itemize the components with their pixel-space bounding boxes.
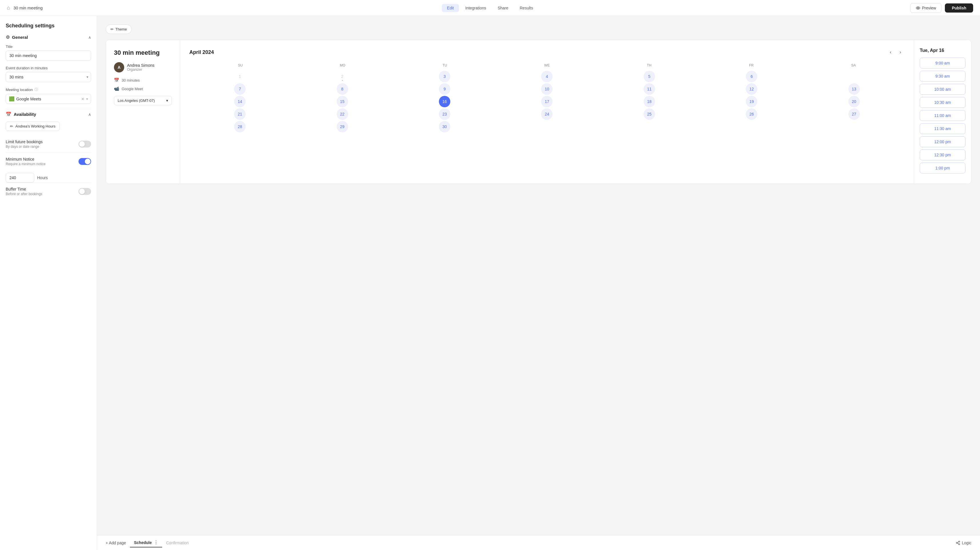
preview-wrapper: ✏ Theme 30 min meeting A Andrea Simons O… (97, 16, 980, 535)
cal-date-23[interactable]: 23 (439, 108, 450, 120)
general-section-label: General (12, 35, 28, 40)
svg-point-2 (959, 541, 960, 542)
time-slot-10-30-am[interactable]: 10:30 am (920, 97, 966, 108)
location-field[interactable]: 🟩 Google Meets ✕ ▾ (6, 94, 91, 104)
cal-date-4[interactable]: 4 (541, 71, 552, 82)
buffer-time-toggle[interactable] (78, 188, 91, 195)
cal-date-20[interactable]: 20 (848, 96, 860, 107)
location-label: Meeting location (6, 87, 33, 92)
cal-date-11[interactable]: 11 (644, 83, 655, 95)
cal-date-27[interactable]: 27 (848, 108, 860, 120)
calendar-next-button[interactable]: › (896, 48, 905, 57)
cal-date-9[interactable]: 9 (439, 83, 450, 95)
duration-chevron-icon: ▾ (86, 75, 88, 79)
cal-date-14[interactable]: 14 (234, 96, 246, 107)
general-section-header[interactable]: ⚙ General ∧ (6, 35, 91, 40)
day-name-TH: TH (598, 62, 700, 68)
cal-date-29[interactable]: 29 (337, 121, 348, 132)
minimum-notice-toggle[interactable] (78, 158, 91, 165)
cal-date-25[interactable]: 25 (644, 108, 655, 120)
cal-date-13[interactable]: 13 (848, 83, 860, 95)
cal-date-15[interactable]: 15 (337, 96, 348, 107)
title-input[interactable] (6, 51, 91, 61)
video-icon: 📹 (114, 86, 119, 91)
google-meets-icon: 🟩 (9, 96, 14, 101)
notice-hours-input[interactable] (6, 173, 34, 182)
calendar-nav: ‹ › (886, 48, 905, 57)
limit-bookings-toggle[interactable] (78, 141, 91, 147)
working-hours-button[interactable]: ✏ Andrea's Working Hours (6, 122, 60, 131)
cal-date-21[interactable]: 21 (234, 108, 246, 120)
cal-date-3[interactable]: 3 (439, 71, 450, 82)
time-slot-1-00-pm[interactable]: 1:00 pm (920, 163, 966, 173)
logic-label: Logic (962, 540, 971, 545)
nav-tab-integrations[interactable]: Integrations (460, 4, 491, 12)
title-label: Title (6, 44, 91, 49)
nav-tab-results[interactable]: Results (515, 4, 538, 12)
svg-line-5 (957, 543, 959, 544)
time-slot-11-00-am[interactable]: 11:00 am (920, 110, 966, 121)
cal-date-12[interactable]: 12 (746, 83, 757, 95)
organizer-row: A Andrea Simons Organizer (114, 62, 172, 73)
nav-tab-share[interactable]: Share (493, 4, 514, 12)
theme-button[interactable]: ✏ Theme (106, 25, 132, 34)
cal-date-19[interactable]: 19 (746, 96, 757, 107)
time-slot-9-00-am[interactable]: 9:00 am (920, 58, 966, 68)
day-name-FR: FR (700, 62, 802, 68)
cal-date-17[interactable]: 17 (541, 96, 552, 107)
cal-date-22[interactable]: 22 (337, 108, 348, 120)
time-slot-10-00-am[interactable]: 10:00 am (920, 84, 966, 95)
cal-date-empty (746, 121, 757, 132)
logic-button[interactable]: Logic (952, 539, 975, 547)
title-field-group: Title (6, 44, 91, 61)
tab-more-icon[interactable]: ⋮ (154, 540, 158, 545)
cal-date-7[interactable]: 7 (234, 83, 246, 95)
time-slot-12-30-pm[interactable]: 12:30 pm (920, 149, 966, 160)
cal-date-6[interactable]: 6 (746, 71, 757, 82)
svg-point-0 (916, 7, 920, 9)
edit-icon: ✏ (10, 124, 13, 128)
time-panel: Tue, Apr 16 9:00 am9:30 am10:00 am10:30 … (914, 40, 971, 184)
confirmation-tab[interactable]: Confirmation (162, 539, 193, 547)
schedule-tab[interactable]: Schedule ⋮ (130, 538, 162, 547)
cal-date-16[interactable]: 16 (439, 96, 450, 107)
cal-date-8[interactable]: 8 (337, 83, 348, 95)
preview-button[interactable]: Preview (910, 3, 942, 13)
notice-unit-label: Hours (37, 176, 48, 180)
svg-point-4 (959, 544, 960, 545)
eye-icon (916, 6, 920, 10)
location-clear-icon[interactable]: ✕ (81, 97, 84, 101)
add-page-button[interactable]: + Add page (102, 539, 130, 547)
add-page-label: + Add page (106, 540, 126, 545)
svg-point-1 (918, 8, 919, 9)
duration-value: 30 mins (10, 75, 24, 79)
nav-title: 30 min meeting (13, 5, 43, 10)
cal-date-26[interactable]: 26 (746, 108, 757, 120)
calendar-dates: 1234567891011121314151617181920212223242… (189, 71, 905, 132)
top-nav: ⌂ 30 min meeting EditIntegrationsShareRe… (0, 0, 980, 16)
cal-date-18[interactable]: 18 (644, 96, 655, 107)
logic-icon (956, 540, 960, 545)
duration-field-group: Event duration in minutes 30 mins ▾ (6, 66, 91, 82)
cal-date-30[interactable]: 30 (439, 121, 450, 132)
publish-button[interactable]: Publish (945, 3, 973, 13)
timezone-select[interactable]: Los Angeles (GMT-07) ▾ (114, 96, 172, 105)
cal-date-24[interactable]: 24 (541, 108, 552, 120)
time-slot-9-30-am[interactable]: 9:30 am (920, 71, 966, 82)
cal-date-5[interactable]: 5 (644, 71, 655, 82)
nav-tabs: EditIntegrationsShareResults (442, 4, 538, 12)
cal-date-28[interactable]: 28 (234, 121, 246, 132)
location-chevron-icon[interactable]: ▾ (86, 97, 88, 101)
time-slot-12-00-pm[interactable]: 12:00 pm (920, 136, 966, 147)
availability-section-header[interactable]: 📅 Availability ∧ (6, 111, 91, 117)
availability-section: ✏ Andrea's Working Hours Limit future bo… (6, 122, 91, 200)
duration-text: 30 minutes (122, 78, 140, 82)
duration-select[interactable]: 30 mins ▾ (6, 72, 91, 82)
calendar-prev-button[interactable]: ‹ (886, 48, 895, 57)
main-layout: Scheduling settings ⚙ General ∧ Title Ev… (0, 16, 980, 550)
limit-bookings-sub: By days or date range (6, 145, 43, 149)
home-icon[interactable]: ⌂ (7, 5, 10, 11)
time-slot-11-30-am[interactable]: 11:30 am (920, 123, 966, 134)
nav-tab-edit[interactable]: Edit (442, 4, 459, 12)
cal-date-10[interactable]: 10 (541, 83, 552, 95)
